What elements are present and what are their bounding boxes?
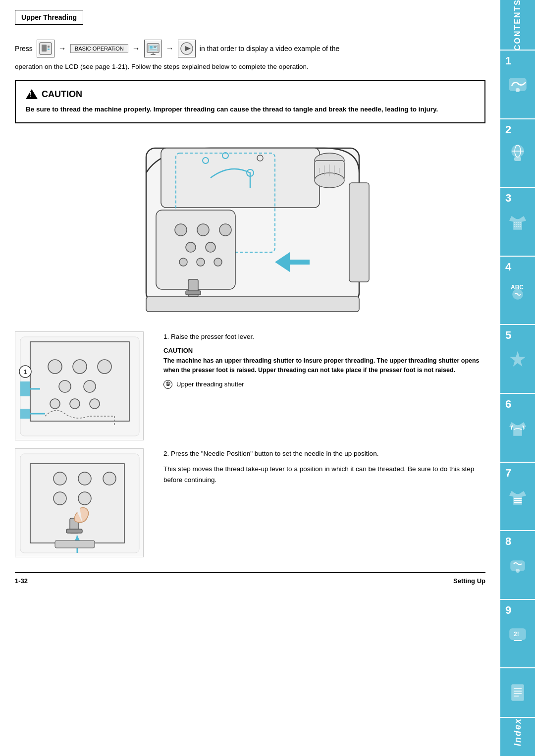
lcd-icon (144, 40, 162, 57)
tab-number-7: 7 (505, 467, 511, 480)
sidebar-tab-contents[interactable]: CONTENTS (500, 0, 535, 50)
sidebar: CONTENTS 1 2 3 (500, 0, 535, 756)
arrow1: → (58, 44, 66, 53)
caution-main-text: Be sure to thread the machine properly. … (26, 105, 475, 114)
caution-title: CAUTION (26, 89, 475, 100)
tab-icon-1 (505, 72, 530, 97)
caution-triangle-icon (26, 89, 38, 99)
tab-number-1: 1 (505, 54, 511, 67)
svg-text:1: 1 (24, 369, 27, 376)
sidebar-tab-9[interactable]: 9 2! (500, 600, 535, 668)
tab-number-9: 9 (505, 604, 511, 617)
svg-point-48 (59, 380, 71, 392)
svg-rect-8 (150, 46, 153, 49)
svg-rect-69 (55, 540, 95, 548)
tab-icon-9: 2! (505, 621, 530, 646)
main-diagram-area (15, 133, 485, 322)
svg-point-36 (179, 258, 187, 266)
svg-rect-76 (514, 157, 521, 161)
svg-point-51 (70, 399, 80, 409)
svg-point-33 (219, 224, 231, 236)
tab-number-5: 5 (505, 329, 511, 342)
footer-page: 1-32 (15, 577, 28, 585)
svg-marker-53 (20, 381, 30, 396)
instruction-row: Press → BASIC OPERATiON → (15, 40, 485, 57)
sidebar-tab-index[interactable]: Index (500, 718, 535, 756)
svg-rect-15 (161, 148, 320, 208)
text-col-1: 1. Raise the presser foot lever. CAUTION… (163, 331, 485, 440)
upper-shutter-label: Upper threading shutter (176, 380, 244, 388)
svg-point-47 (98, 360, 111, 374)
svg-rect-3 (48, 49, 50, 50)
svg-point-61 (78, 472, 91, 485)
upper-shutter-note: ① Upper threading shutter (163, 380, 485, 389)
sidebar-tab-4[interactable]: 4 ABC (500, 257, 535, 324)
svg-rect-1 (42, 45, 47, 52)
instruction-end-text: in that order to display a video example… (200, 45, 340, 53)
diagram-col-1: 1 (15, 331, 154, 440)
svg-rect-7 (151, 54, 156, 55)
sidebar-tab-7[interactable]: 7 (500, 463, 535, 531)
caution-box-main: CAUTION Be sure to thread the machine pr… (15, 80, 485, 123)
svg-point-32 (197, 224, 209, 236)
step2-sub-text: This step moves the thread take-up lever… (163, 464, 485, 485)
sidebar-tab-3[interactable]: 3 (500, 188, 535, 256)
sidebar-tab-2[interactable]: 2 (500, 119, 535, 187)
svg-point-64 (78, 492, 91, 505)
svg-rect-30 (156, 210, 235, 289)
contents-label: CONTENTS (513, 0, 522, 51)
tab-number-8: 8 (505, 535, 511, 548)
sidebar-tab-6[interactable]: 6 (500, 394, 535, 462)
small-diagram-2 (15, 448, 144, 557)
svg-point-49 (84, 380, 96, 392)
press-label: Press (15, 45, 33, 53)
svg-rect-66 (66, 529, 82, 533)
sidebar-tab-1[interactable]: 1 (500, 51, 535, 118)
svg-rect-42 (146, 297, 359, 312)
tab-icon-4: ABC (505, 278, 530, 303)
svg-rect-72 (516, 88, 520, 92)
arrow3: → (166, 44, 174, 53)
arrow2: → (132, 44, 140, 53)
machine-diagram (111, 133, 389, 322)
tab-icon-5 (505, 347, 530, 372)
two-col-section-2: 2. Press the "Needle Position" button to… (15, 448, 485, 557)
step2-main-text: 2. Press the "Needle Position" button to… (163, 448, 485, 459)
svg-point-46 (73, 360, 87, 374)
svg-point-87 (516, 569, 520, 573)
svg-marker-82 (511, 352, 525, 366)
svg-point-52 (90, 399, 100, 409)
tab-icon-8 (505, 552, 530, 577)
svg-point-35 (206, 242, 215, 252)
footer-section: Setting Up (453, 577, 485, 585)
tab-icon-7 (505, 484, 530, 509)
tab-icon-6 (505, 415, 530, 440)
svg-point-31 (175, 224, 187, 236)
caution-title-text: CAUTION (42, 89, 82, 100)
circled-number: ① (163, 380, 172, 389)
svg-point-38 (214, 258, 222, 266)
tab-number-3: 3 (505, 192, 511, 205)
sidebar-tab-doc[interactable] (500, 668, 535, 717)
svg-rect-43 (349, 183, 369, 282)
svg-rect-40 (186, 291, 201, 295)
instruction-continued: operation on the LCD (see page 1-21). Fo… (15, 61, 485, 72)
index-label: Index (513, 718, 523, 746)
svg-rect-2 (48, 46, 50, 48)
sidebar-tab-5[interactable]: 5 (500, 325, 535, 393)
small-diagram-1: 1 (15, 331, 144, 440)
section-header: Upper Threading (15, 10, 83, 25)
svg-point-37 (197, 258, 205, 266)
svg-point-63 (54, 492, 66, 505)
svg-marker-57 (20, 409, 30, 419)
svg-point-45 (48, 360, 62, 374)
footer-bar: 1-32 Setting Up (15, 572, 485, 587)
svg-rect-91 (512, 685, 524, 701)
svg-point-60 (54, 472, 66, 485)
tab-icon-2 (505, 141, 530, 165)
step1-text: 1. Raise the presser foot lever. (163, 331, 485, 342)
text-col-2: 2. Press the "Needle Position" button to… (163, 448, 485, 557)
two-col-section-1: 1 1. Raise the presser foot lever. CAUTI… (15, 331, 485, 440)
sidebar-tab-8[interactable]: 8 (500, 531, 535, 599)
svg-point-34 (186, 242, 196, 252)
